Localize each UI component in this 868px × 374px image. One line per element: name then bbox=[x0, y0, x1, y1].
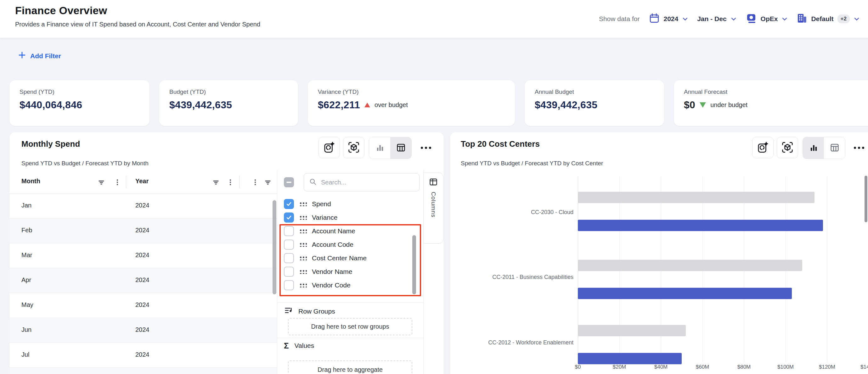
view-picker[interactable]: Default +2 bbox=[797, 13, 859, 25]
spend-bar[interactable] bbox=[578, 220, 823, 231]
kpi-delta-label: over budget bbox=[374, 101, 408, 108]
select-all-checkbox[interactable] bbox=[284, 177, 294, 187]
add-filter-button[interactable]: Add Filter bbox=[17, 51, 63, 61]
kpi-value: $440,064,846 bbox=[20, 99, 82, 111]
view-mode-toggle bbox=[369, 137, 412, 159]
column-item: Variance bbox=[277, 211, 423, 224]
column-item: Account Code bbox=[277, 238, 423, 251]
page-scrollbar[interactable] bbox=[865, 176, 867, 222]
checkbox-unchecked[interactable] bbox=[284, 240, 294, 250]
category-label: CC-2030 - Cloud bbox=[450, 209, 574, 216]
ai-summary-button[interactable] bbox=[318, 137, 340, 158]
columns-search-input[interactable] bbox=[320, 179, 414, 186]
show-data-for-label: Show data for bbox=[599, 15, 640, 23]
table-row[interactable]: Feb2024 bbox=[9, 218, 277, 243]
page-subtitle: Provides a Finance view of IT Spend base… bbox=[15, 21, 260, 28]
cell-month: Apr bbox=[22, 276, 31, 284]
column-item-label: Account Name bbox=[312, 227, 355, 235]
drag-handle-icon[interactable] bbox=[299, 283, 307, 287]
chevron-down-icon bbox=[854, 17, 859, 21]
cell-month: Jan bbox=[22, 202, 31, 209]
spend-bar[interactable] bbox=[578, 353, 682, 364]
monthly-table-header: Month Year bbox=[9, 170, 277, 194]
checkbox-checked[interactable] bbox=[284, 213, 294, 223]
checkbox-unchecked[interactable] bbox=[284, 267, 294, 277]
kpi-label: Budget (YTD) bbox=[169, 89, 206, 95]
sigma-icon: Σ bbox=[284, 342, 289, 350]
filter-icon[interactable] bbox=[97, 178, 105, 186]
year-picker[interactable]: 2024 bbox=[649, 13, 688, 25]
column-menu-icon[interactable] bbox=[113, 178, 122, 186]
kpi-label: Variance (YTD) bbox=[318, 89, 359, 95]
checkbox-checked[interactable] bbox=[284, 199, 294, 209]
values-section-header: Σ Values bbox=[284, 342, 314, 350]
view-picker-value: Default bbox=[811, 15, 833, 23]
calendar-icon bbox=[649, 13, 660, 25]
kpi-label: Spend (YTD) bbox=[20, 89, 55, 95]
drag-handle-icon[interactable] bbox=[299, 242, 307, 247]
budget-bar[interactable] bbox=[578, 260, 802, 271]
kpi-value: $622,211 bbox=[318, 99, 360, 111]
checkbox-unchecked[interactable] bbox=[284, 253, 294, 263]
x-axis-tick: $60M bbox=[684, 364, 721, 370]
column-item-label: Spend bbox=[312, 200, 331, 208]
category-label: CC-2012 - Workforce Enablement bbox=[450, 339, 574, 346]
row-groups-drop-hint: Drag here to set row groups bbox=[311, 323, 389, 330]
column-item: Spend bbox=[277, 197, 423, 211]
filter-icon[interactable] bbox=[212, 178, 220, 186]
explore-3d-button[interactable] bbox=[343, 137, 365, 158]
table-row[interactable]: Jan2024 bbox=[9, 194, 277, 218]
cell-year: 2024 bbox=[135, 276, 150, 284]
drag-handle-icon[interactable] bbox=[299, 201, 307, 206]
column-item-label: Variance bbox=[312, 214, 337, 221]
expense-type-picker[interactable]: OpEx bbox=[746, 13, 787, 25]
column-menu-icon[interactable] bbox=[251, 178, 259, 186]
table-icon bbox=[396, 142, 406, 154]
table-row[interactable]: Mar2024 bbox=[9, 243, 277, 268]
budget-bar[interactable] bbox=[578, 192, 814, 203]
table-view-toggle[interactable] bbox=[390, 137, 411, 159]
filter-icon[interactable] bbox=[264, 178, 272, 186]
column-separator[interactable] bbox=[126, 176, 126, 188]
row-groups-dropzone[interactable]: Drag here to set row groups bbox=[288, 318, 412, 335]
cell-year: 2024 bbox=[135, 326, 150, 333]
column-menu-icon[interactable] bbox=[226, 178, 235, 186]
chevron-down-icon bbox=[731, 17, 736, 21]
chart-view-toggle[interactable] bbox=[369, 137, 390, 159]
drag-handle-icon[interactable] bbox=[299, 215, 307, 220]
opex-icon bbox=[746, 13, 757, 25]
x-axis-tick: $40M bbox=[642, 364, 680, 370]
cell-year: 2024 bbox=[135, 351, 150, 358]
columns-list-scrollbar[interactable] bbox=[412, 235, 416, 294]
tab-columns[interactable]: Columns bbox=[423, 173, 443, 244]
kpi-row: Spend (YTD) $440,064,846 Budget (YTD) $4… bbox=[9, 80, 868, 126]
panel-menu-button[interactable] bbox=[418, 137, 433, 158]
header-controls: Show data for 2024 Jan - Dec bbox=[599, 0, 859, 38]
column-separator[interactable] bbox=[239, 176, 240, 188]
kpi-value: $439,442,635 bbox=[535, 99, 597, 111]
month-range-picker[interactable]: Jan - Dec bbox=[697, 15, 736, 23]
column-item-label: Vendor Name bbox=[312, 268, 352, 276]
drag-handle-icon[interactable] bbox=[299, 256, 307, 260]
drag-handle-icon[interactable] bbox=[299, 269, 307, 274]
table-row[interactable]: May2024 bbox=[9, 293, 277, 318]
column-header-month[interactable]: Month bbox=[22, 178, 40, 185]
kpi-card-spend-ytd: Spend (YTD) $440,064,846 bbox=[9, 80, 150, 126]
column-header-year[interactable]: Year bbox=[135, 178, 149, 185]
columns-search bbox=[304, 173, 420, 191]
spend-bar[interactable] bbox=[578, 288, 792, 299]
checkbox-unchecked[interactable] bbox=[284, 226, 294, 236]
checkbox-unchecked[interactable] bbox=[284, 280, 294, 290]
page-title: Finance Overview bbox=[15, 4, 107, 17]
cell-month: Jun bbox=[22, 326, 31, 333]
drag-handle-icon[interactable] bbox=[299, 228, 307, 233]
table-row[interactable] bbox=[9, 368, 277, 374]
budget-bar[interactable] bbox=[578, 325, 686, 336]
cube-scan-icon bbox=[347, 141, 360, 155]
table-row[interactable]: Jul2024 bbox=[9, 343, 277, 368]
table-row[interactable]: Jun2024 bbox=[9, 318, 277, 343]
table-row[interactable]: Apr2024 bbox=[9, 268, 277, 293]
values-dropzone[interactable]: Drag here to aggregate bbox=[288, 361, 412, 374]
panel-subtitle: Spend YTD vs Budget / Forecast YTD by Mo… bbox=[22, 160, 149, 167]
table-scrollbar[interactable] bbox=[273, 200, 276, 294]
